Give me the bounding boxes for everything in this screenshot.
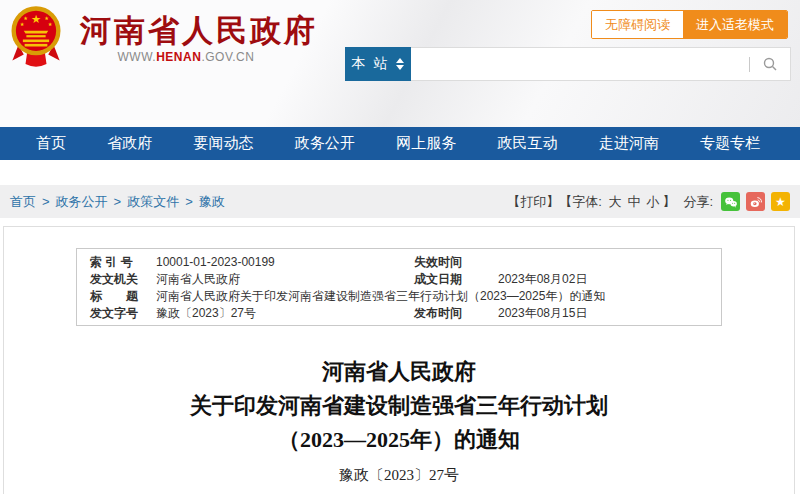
search-icon (762, 56, 778, 72)
meta-row-title: 标 题 河南省人民政府关于印发河南省建设制造强省三年行动计划（2023—2025… (77, 287, 721, 304)
qzone-share-button[interactable]: ★ (771, 192, 790, 211)
page-toolbar: 【打印】 【字体: 大 中 小 】 分享: (507, 192, 790, 211)
svg-text:★: ★ (48, 21, 53, 27)
page: ★ ★ ★ ★ ★ 河南省人民政府 WWW.HENAN.GOV.CN 无障碍阅读… (0, 0, 800, 494)
meta-value-issuer: 河南省人民政府 (156, 270, 414, 287)
breadcrumb-home[interactable]: 首页 (10, 193, 36, 211)
meta-value-date-written: 2023年08月02日 (498, 270, 721, 287)
breadcrumb-separator: > (42, 194, 50, 209)
font-size-large-button[interactable]: 大 (608, 193, 621, 211)
breadcrumb-separator: > (114, 194, 122, 209)
search-scope-select[interactable]: 本 站 (345, 47, 411, 81)
meta-row-issuer: 发文机关 河南省人民政府 成文日期 2023年08月02日 (77, 270, 721, 287)
document-number: 豫政〔2023〕27号 (4, 466, 794, 485)
document-title-line3: （2023—2025年）的通知 (4, 423, 794, 457)
meta-label-date-published: 发布时间 (414, 304, 498, 321)
font-size-label: 【字体: (559, 193, 605, 211)
nav-item-home[interactable]: 首页 (36, 134, 66, 153)
nav-item-special-topics[interactable]: 专题专栏 (700, 134, 760, 153)
font-size-label-close: 】 (662, 193, 675, 211)
header-mode-buttons: 无障碍阅读 进入适老模式 (591, 10, 788, 39)
font-size-medium-button[interactable]: 中 (627, 193, 640, 211)
weibo-icon (749, 195, 763, 209)
national-emblem-icon: ★ ★ ★ ★ ★ (8, 4, 64, 68)
meta-row-doc-number: 发文字号 豫政〔2023〕27号 发布时间 2023年08月15日 (77, 304, 721, 321)
accessibility-reading-button[interactable]: 无障碍阅读 (592, 11, 683, 38)
site-url: WWW.HENAN.GOV.CN (80, 50, 292, 64)
document-title-line1: 河南省人民政府 (4, 355, 794, 389)
meta-value-date-published: 2023年08月15日 (498, 304, 721, 321)
share-label: 分享: (683, 193, 713, 211)
search-input[interactable] (411, 48, 749, 80)
site-url-suffix: .GOV.CN (201, 50, 254, 64)
meta-label-title: 标 题 (77, 287, 156, 304)
meta-value-title: 河南省人民政府关于印发河南省建设制造强省三年行动计划（2023—2025年）的通… (156, 287, 721, 304)
breadcrumb-yuzheng[interactable]: 豫政 (199, 193, 225, 211)
nav-item-gov-affairs[interactable]: 政务公开 (295, 134, 355, 153)
wechat-share-button[interactable] (721, 192, 740, 211)
breadcrumb-gov-affairs[interactable]: 政务公开 (56, 193, 108, 211)
breadcrumb-separator: > (185, 194, 193, 209)
svg-text:★: ★ (23, 15, 28, 21)
meta-value-expiry (498, 253, 721, 270)
meta-label-expiry: 失效时间 (414, 253, 498, 270)
site-url-prefix: WWW. (118, 50, 157, 64)
site-header: ★ ★ ★ ★ ★ 河南省人民政府 WWW.HENAN.GOV.CN 无障碍阅读… (0, 0, 800, 127)
meta-value-doc-number: 豫政〔2023〕27号 (156, 304, 414, 321)
search-scope-label: 本 站 (352, 55, 390, 73)
site-url-highlight: HENAN (156, 50, 201, 64)
svg-text:★: ★ (31, 13, 41, 25)
nav-item-interaction[interactable]: 政民互动 (497, 134, 557, 153)
meta-value-index-no: 10001-01-2023-00199 (156, 253, 414, 270)
document-title: 河南省人民政府 关于印发河南省建设制造强省三年行动计划 （2023—2025年）… (4, 355, 794, 457)
document-meta-table: 索 引 号 10001-01-2023-00199 失效时间 发文机关 河南省人… (76, 248, 722, 326)
site-title: 河南省人民政府 (80, 10, 318, 52)
main-nav: 首页 省政府 要闻动态 政务公开 网上服务 政民互动 走进河南 专题专栏 (0, 127, 800, 160)
meta-row-index: 索 引 号 10001-01-2023-00199 失效时间 (77, 253, 721, 270)
share-icons: ★ (721, 192, 790, 211)
search-box (411, 47, 791, 81)
elder-mode-button[interactable]: 进入适老模式 (683, 11, 787, 38)
svg-text:★: ★ (20, 21, 25, 27)
weibo-share-button[interactable] (746, 192, 765, 211)
breadcrumb-bar: 首页 > 政务公开 > 政策文件 > 豫政 【打印】 【字体: 大 中 小 】 … (0, 185, 800, 218)
chevron-updown-icon (396, 58, 404, 70)
meta-label-doc-number: 发文字号 (77, 304, 156, 321)
nav-item-online-services[interactable]: 网上服务 (396, 134, 456, 153)
breadcrumb-policy-docs[interactable]: 政策文件 (127, 193, 179, 211)
nav-item-discover-henan[interactable]: 走进河南 (599, 134, 659, 153)
meta-label-issuer: 发文机关 (77, 270, 156, 287)
wechat-icon (724, 195, 738, 209)
breadcrumb: 首页 > 政务公开 > 政策文件 > 豫政 (10, 193, 225, 211)
font-size-small-button[interactable]: 小 (646, 193, 659, 211)
document-content-panel: 索 引 号 10001-01-2023-00199 失效时间 发文机关 河南省人… (3, 226, 795, 494)
svg-text:★: ★ (44, 15, 49, 21)
star-icon: ★ (775, 196, 786, 208)
search-bar: 本 站 (345, 47, 791, 81)
document-title-line2: 关于印发河南省建设制造强省三年行动计划 (4, 389, 794, 423)
search-button[interactable] (750, 48, 790, 80)
nav-item-provincial-gov[interactable]: 省政府 (107, 134, 152, 153)
meta-label-date-written: 成文日期 (414, 270, 498, 287)
meta-label-index-no: 索 引 号 (77, 253, 156, 270)
print-button[interactable]: 【打印】 (507, 193, 559, 211)
nav-item-news[interactable]: 要闻动态 (194, 134, 254, 153)
